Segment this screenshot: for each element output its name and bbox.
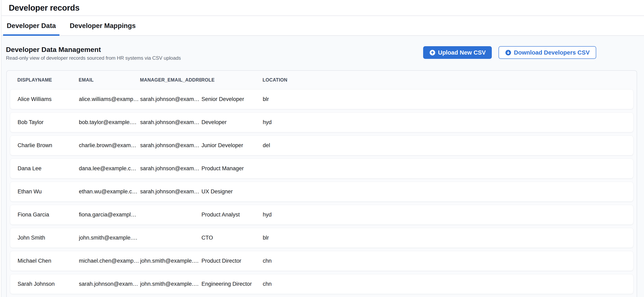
- column-header-manager-email[interactable]: MANAGER_EMAIL_ADDRE…: [140, 77, 201, 83]
- cell-manager-email: john.smith@example.…: [140, 258, 202, 264]
- cell-displayname: John Smith: [18, 235, 79, 241]
- cell-role: Senior Developer: [202, 96, 263, 102]
- table-row: Charlie Brown charlie.brown@exam… sarah.…: [10, 136, 634, 155]
- cell-displayname: Alice Williams: [18, 96, 79, 102]
- cell-displayname: Michael Chen: [18, 258, 79, 264]
- cell-location: blr: [263, 235, 633, 241]
- download-developers-csv-button[interactable]: Download Developers CSV: [498, 46, 596, 59]
- cell-manager-email: john.smith@example.…: [140, 281, 202, 287]
- cell-location: del: [263, 142, 633, 149]
- cell-location: blr: [263, 96, 633, 102]
- cell-email: charlie.brown@exam…: [79, 142, 140, 149]
- cell-email: bob.taylor@example.…: [79, 119, 140, 126]
- upload-new-csv-button[interactable]: Upload New CSV: [423, 46, 492, 59]
- table-row: Alice Williams alice.williams@examp… sar…: [10, 89, 634, 109]
- cell-manager-email: sarah.johnson@exam…: [140, 142, 202, 149]
- app-root: Developer records Developer Data Develop…: [2, 0, 644, 297]
- cell-role: CTO: [202, 235, 263, 241]
- cell-manager-email: sarah.johnson@exam…: [140, 188, 202, 195]
- cell-location: chn: [263, 258, 633, 264]
- circle-arrow-down-icon: [505, 50, 512, 56]
- cell-manager-email: sarah.johnson@exam…: [140, 165, 202, 172]
- developer-data-table: DISPLAYNAME EMAIL MANAGER_EMAIL_ADDRE… R…: [6, 70, 637, 297]
- cell-email: sarah.johnson@exam…: [79, 281, 140, 287]
- column-header-location[interactable]: LOCATION: [262, 77, 634, 83]
- column-header-email[interactable]: EMAIL: [79, 77, 140, 83]
- table-row: Fiona Garcia fiona.garcia@exampl… Produc…: [10, 205, 634, 225]
- tab-developer-mappings-label: Developer Mappings: [70, 22, 136, 30]
- table-row: John Smith john.smith@example.… CTO blr: [10, 228, 634, 248]
- cell-displayname: Dana Lee: [18, 165, 79, 172]
- table-header-row: DISPLAYNAME EMAIL MANAGER_EMAIL_ADDRE… R…: [10, 71, 634, 89]
- column-header-role[interactable]: ROLE: [201, 77, 262, 83]
- table-row: Sarah Johnson sarah.johnson@exam… john.s…: [10, 274, 634, 294]
- page-title: Developer records: [9, 3, 80, 13]
- cell-email: michael.chen@examp…: [79, 258, 140, 264]
- section-description: Read-only view of developer records sour…: [6, 55, 181, 61]
- tab-bar: Developer Data Developer Mappings: [2, 16, 644, 36]
- cell-email: ethan.wu@example.c…: [79, 188, 140, 195]
- cell-manager-email: sarah.johnson@exam…: [140, 119, 202, 126]
- table-row: Dana Lee dana.lee@example.c… sarah.johns…: [10, 159, 634, 178]
- cell-location: chn: [263, 281, 633, 287]
- section-header: Developer Data Management Read-only view…: [6, 46, 596, 61]
- top-bar: Developer records: [2, 0, 644, 16]
- cell-displayname: Fiona Garcia: [18, 212, 79, 218]
- cell-role: UX Designer: [202, 188, 263, 195]
- cell-role: Junior Developer: [202, 142, 263, 149]
- tab-developer-data[interactable]: Developer Data: [3, 16, 60, 35]
- table-row: Ethan Wu ethan.wu@example.c… sarah.johns…: [10, 182, 634, 201]
- section-header-text: Developer Data Management Read-only view…: [6, 46, 181, 61]
- section-title: Developer Data Management: [6, 46, 181, 54]
- table-row: Michael Chen michael.chen@examp… john.sm…: [10, 251, 634, 271]
- content-area: Developer Data Management Read-only view…: [2, 36, 644, 297]
- upload-new-csv-label: Upload New CSV: [438, 49, 486, 56]
- column-header-displayname[interactable]: DISPLAYNAME: [17, 77, 79, 83]
- cell-role: Developer: [202, 119, 263, 126]
- table-row: Bob Taylor bob.taylor@example.… sarah.jo…: [10, 112, 634, 132]
- cell-email: fiona.garcia@exampl…: [79, 212, 140, 218]
- cell-role: Engineering Director: [202, 281, 263, 287]
- cell-location: hyd: [263, 212, 633, 218]
- cell-email: dana.lee@example.c…: [79, 165, 140, 172]
- cell-email: john.smith@example.…: [79, 235, 140, 241]
- tab-developer-mappings[interactable]: Developer Mappings: [66, 16, 139, 35]
- cell-role: Product Analyst: [202, 212, 263, 218]
- circle-arrow-up-icon: [429, 50, 436, 56]
- cell-displayname: Sarah Johnson: [18, 281, 79, 287]
- cell-email: alice.williams@examp…: [79, 96, 140, 102]
- cell-role: Product Manager: [202, 165, 263, 172]
- cell-location: hyd: [263, 119, 633, 126]
- sidebar-edge-divider: [1, 0, 2, 297]
- cell-displayname: Bob Taylor: [18, 119, 79, 126]
- tab-developer-data-label: Developer Data: [7, 22, 56, 30]
- cell-role: Product Director: [202, 258, 263, 264]
- download-developers-csv-label: Download Developers CSV: [514, 49, 590, 56]
- csv-button-group: Upload New CSV Download Developers CSV: [423, 46, 596, 59]
- cell-displayname: Ethan Wu: [18, 188, 79, 195]
- cell-displayname: Charlie Brown: [18, 142, 79, 149]
- cell-manager-email: sarah.johnson@exam…: [140, 96, 202, 102]
